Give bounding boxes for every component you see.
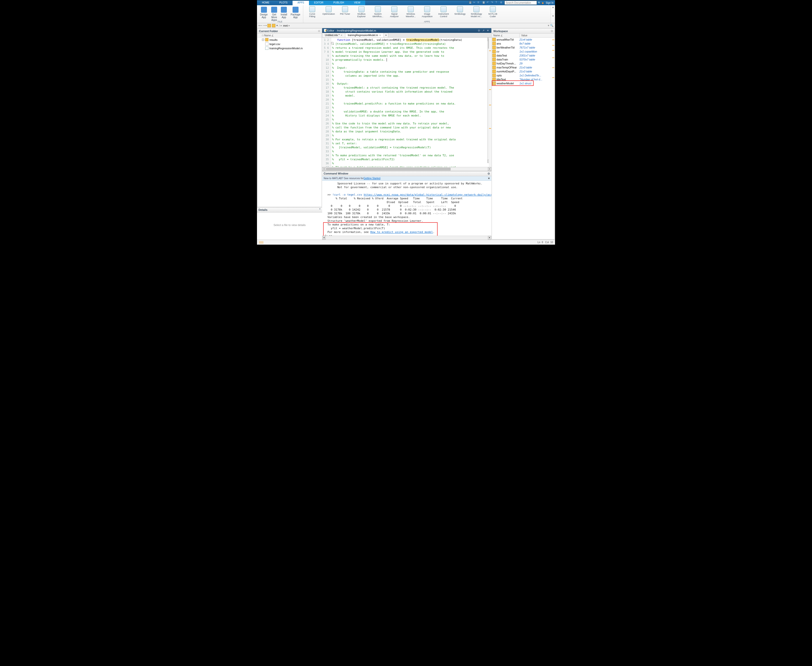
editor-hscroll[interactable]: ◂ ▸ bbox=[322, 167, 491, 171]
line-gutter: 1 2 3 4 5 6 7 8 9 10 11 12 13 14 15 16 1… bbox=[322, 38, 331, 167]
help-icon[interactable]: ? bbox=[496, 1, 499, 5]
ws-var-opts[interactable]: opts1x1 DelimitedTe... bbox=[492, 73, 554, 77]
apps-scroll-up[interactable]: ▴ bbox=[551, 5, 555, 14]
panel-menu-icon[interactable]: ⊙ bbox=[318, 30, 320, 33]
app-4[interactable]: SystemIdentifica... bbox=[371, 6, 385, 22]
app-0[interactable]: CurveFitting bbox=[306, 6, 319, 22]
editor-title: 📝 Editor - /mnt/trainingRegressionModel.… bbox=[322, 28, 491, 33]
app-5[interactable]: SignalAnalyzer bbox=[388, 6, 401, 22]
breadcrumb-root[interactable]: / bbox=[279, 24, 279, 27]
var-icon bbox=[492, 62, 496, 65]
howto-predict-link[interactable]: How to predict using an exported model bbox=[370, 231, 433, 234]
app-8[interactable]: InstrumentControl bbox=[437, 6, 450, 22]
app-7[interactable]: ImageAcquisition bbox=[421, 6, 434, 22]
design-app-button[interactable]: Design App bbox=[259, 6, 269, 22]
nav-fwd-icon[interactable]: ⟶ bbox=[263, 24, 266, 27]
ws-var-annualMaxTbl[interactable]: annualMaxTbl21x4 table bbox=[492, 38, 554, 41]
undo-icon[interactable]: ↶ bbox=[487, 1, 490, 5]
workspace-list[interactable]: annualMaxTbl21x4 tableans8x7 tableberWea… bbox=[492, 38, 554, 239]
copy-icon[interactable]: ⎘ bbox=[478, 1, 481, 5]
app-2[interactable]: PID Tuner bbox=[339, 6, 352, 22]
ws-var-dataTest[interactable]: dataTest2301x7 table bbox=[492, 53, 554, 58]
account-icon[interactable]: ◆ bbox=[542, 2, 544, 4]
editor-close-icon[interactable]: ✕ bbox=[487, 29, 490, 32]
var-icon bbox=[492, 50, 496, 53]
busy-indicator bbox=[259, 241, 263, 244]
var-icon bbox=[492, 42, 496, 45]
folder-tree[interactable]: +resultstegel.csvtrainingRegressionModel… bbox=[258, 38, 322, 207]
save-icon[interactable]: 💾 bbox=[469, 1, 472, 5]
breadcrumb-mnt[interactable]: mnt bbox=[283, 24, 288, 27]
toolstrip-tabs: HOME PLOTS APPS EDITOR PUBLISH VIEW 💾 ✂ … bbox=[257, 0, 555, 5]
var-icon bbox=[492, 66, 496, 69]
app-6[interactable]: WirelessWavefor... bbox=[404, 6, 417, 22]
ws-col-value[interactable]: Value bbox=[520, 34, 554, 37]
editor-tabs: Untitled.mlx *✕trainingRegressionModel.m… bbox=[322, 33, 491, 38]
tab-plots[interactable]: PLOTS bbox=[275, 0, 293, 5]
cf-col-name[interactable]: □ Name ∠ bbox=[258, 34, 322, 38]
app-10[interactable]: SimBiologyModel An... bbox=[470, 6, 483, 22]
signin-link[interactable]: Sign In bbox=[545, 2, 554, 4]
code-minimap[interactable] bbox=[489, 38, 491, 167]
ws-var-numHotDaysP...[interactable]: numHotDaysP...21x3 table bbox=[492, 69, 554, 73]
browse-folder-icon[interactable] bbox=[272, 24, 275, 27]
nav-back-icon[interactable]: ⟵ bbox=[258, 24, 262, 27]
app-9[interactable]: SimBiology bbox=[454, 6, 467, 22]
app-3[interactable]: ModbusExplorer bbox=[355, 6, 368, 22]
app-11[interactable]: MATLABCoder bbox=[487, 6, 499, 22]
tab-close-icon[interactable]: ✕ bbox=[379, 34, 381, 36]
command-window[interactable]: Sponsored License -- for use in support … bbox=[322, 181, 491, 236]
cmd-menu-icon[interactable]: ⊙ bbox=[488, 172, 490, 175]
ws-var-dataTrain[interactable]: dataTrain5370x7 table bbox=[492, 58, 554, 61]
tab-editor[interactable]: EDITOR bbox=[309, 0, 329, 5]
package-app-button[interactable]: Package App bbox=[289, 6, 301, 22]
search-doc-input[interactable] bbox=[505, 1, 537, 5]
redo-icon[interactable]: ↷ bbox=[491, 1, 495, 5]
ribbon: Design App Get More Apps Install App Pac… bbox=[257, 5, 555, 23]
editor-actions-icon[interactable]: ⊙ bbox=[478, 29, 481, 32]
address-bar: ⟵ ⟶ ▾ / ▸ mnt ▸ ▾ 🔍 bbox=[257, 23, 555, 28]
ws-var-maxTempOfYear[interactable]: maxTempOfYear21x3 table bbox=[492, 66, 554, 69]
code-editor[interactable]: function [trainedModel, validationRMSE] … bbox=[331, 38, 491, 167]
ribbon-group-file-label: FILE bbox=[257, 20, 303, 23]
new-tab-button[interactable]: + bbox=[384, 33, 389, 37]
get-more-apps-button[interactable]: Get More Apps bbox=[270, 6, 278, 22]
getting-started-link[interactable]: Getting Started bbox=[363, 177, 380, 180]
tree-item[interactable]: tegel.csv bbox=[258, 42, 322, 46]
tab-close-icon[interactable]: ✕ bbox=[340, 34, 343, 36]
ws-var-cv[interactable]: cv1x1 cvpartition bbox=[492, 49, 554, 53]
tab-publish[interactable]: PUBLISH bbox=[329, 0, 349, 5]
cmd-hscroll[interactable]: ◂ ▸ bbox=[322, 236, 491, 240]
tab-view[interactable]: VIEW bbox=[349, 0, 365, 5]
ws-menu-icon[interactable]: ⊙ bbox=[551, 30, 553, 33]
ws-var-titleText[interactable]: titleText"Number of hot d... bbox=[492, 77, 554, 81]
cmd-banner: New to MATLAB? See resources for Getting… bbox=[322, 176, 491, 181]
pref-icon[interactable]: ⚙ bbox=[500, 1, 503, 5]
install-app-button[interactable]: Install App bbox=[279, 6, 288, 22]
tree-item[interactable]: trainingRegressionModel.m bbox=[258, 46, 322, 50]
expand-icon[interactable]: + bbox=[262, 39, 264, 41]
ws-var-weatherModel[interactable]: weatherModel1x1 struct bbox=[492, 81, 554, 86]
tab-apps[interactable]: APPS bbox=[293, 0, 309, 5]
file-icon bbox=[265, 42, 268, 46]
editor-tab[interactable]: Untitled.mlx *✕ bbox=[322, 33, 345, 37]
ws-var-ans[interactable]: ans8x7 table bbox=[492, 41, 554, 46]
var-icon bbox=[492, 58, 496, 61]
tab-home[interactable]: HOME bbox=[257, 0, 275, 5]
paste-icon[interactable]: 📋 bbox=[482, 1, 486, 5]
editor-undock-icon[interactable]: ↗ bbox=[482, 29, 485, 32]
cut-icon[interactable]: ✂ bbox=[473, 1, 477, 5]
apps-scroll-down[interactable]: ▾ bbox=[551, 14, 555, 23]
app-1[interactable]: Optimization bbox=[322, 6, 335, 22]
tree-item[interactable]: +results bbox=[258, 38, 322, 42]
ws-minimap bbox=[552, 38, 554, 239]
var-icon bbox=[492, 74, 496, 77]
ws-var-berWeatherTbl[interactable]: berWeatherTbl7671x7 table bbox=[492, 46, 554, 49]
editor-tab[interactable]: trainingRegressionModel.m✕ bbox=[345, 33, 384, 37]
banner-close-icon[interactable]: ✕ bbox=[488, 177, 490, 180]
addr-dropdown-icon[interactable]: ▾ 🔍 bbox=[548, 24, 554, 27]
var-icon bbox=[492, 46, 496, 49]
ws-col-name[interactable]: Name ∠ bbox=[492, 34, 520, 37]
ws-var-hotDayThresh...[interactable]: hotDayThresh...29 bbox=[492, 61, 554, 66]
folder-up-icon[interactable] bbox=[268, 24, 271, 27]
